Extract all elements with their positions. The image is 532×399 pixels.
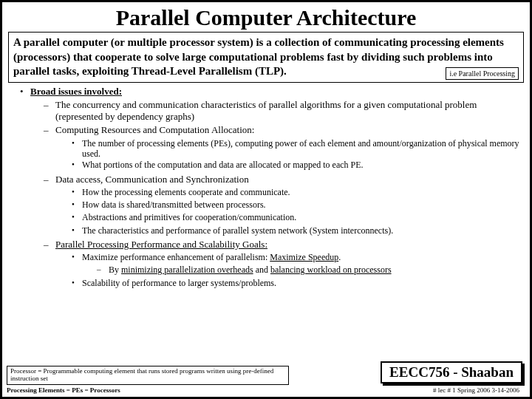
slide-meta: # lec # 1 Spring 2006 3-14-2006 xyxy=(433,386,519,394)
content: •Broad issues involved: –The concurrency… xyxy=(8,86,524,290)
item-abstractions: Abstractions and primitives for cooperat… xyxy=(82,212,522,222)
item-resources: Computing Resources and Computation Allo… xyxy=(55,124,521,136)
item-maximize: Maximize performance enhancement of para… xyxy=(82,252,522,262)
slide-title: Parallel Computer Architecture xyxy=(8,5,524,30)
item-shared: How data is shared/transmitted between p… xyxy=(82,200,522,210)
item-scalability: Scalability of performance to larger sys… xyxy=(82,278,522,288)
footnote-processor: Processor = Programmable computing eleme… xyxy=(7,366,289,385)
definition-annotation: i.e Parallel Processing xyxy=(446,67,519,80)
slide: Parallel Computer Architecture A paralle… xyxy=(0,0,532,399)
item-cooperate: How the processing elements cooperate an… xyxy=(82,187,522,197)
item-concurrency: The concurrency and communication charac… xyxy=(55,99,521,123)
item-portions: What portions of the computation and dat… xyxy=(82,160,522,170)
footer: Processor = Programmable computing eleme… xyxy=(7,366,525,394)
course-box: EECC756 - Shaaban xyxy=(381,361,522,383)
definition-box: A parallel computer (or multiple process… xyxy=(8,32,524,83)
item-network: The characteristics and performance of p… xyxy=(82,225,522,236)
item-goals: Parallel Processing Performance and Scal… xyxy=(55,239,267,250)
item-pes: The number of processing elements (PEs),… xyxy=(82,138,522,160)
item-data-access: Data access, Communication and Synchroni… xyxy=(55,174,521,185)
definition-text: A parallel computer (or multiple process… xyxy=(13,36,504,77)
heading-broad-issues: Broad issues involved: xyxy=(30,86,518,98)
item-minimizing: By minimizing parallelization overheads … xyxy=(109,265,522,276)
